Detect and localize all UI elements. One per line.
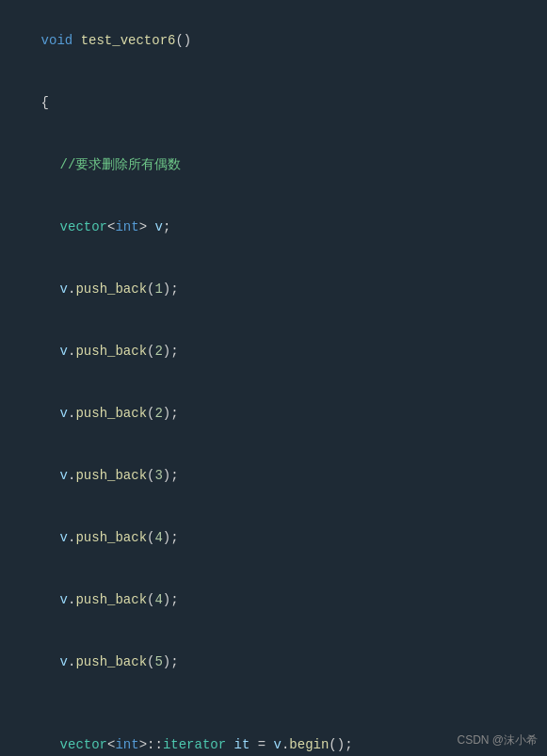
code-line-6: v.push_back(2); (9, 320, 547, 382)
keyword-void: void (41, 33, 73, 48)
code-line-11: v.push_back(5); (9, 631, 547, 693)
code-line-2: { (9, 72, 547, 134)
code-line-7: v.push_back(2); (9, 382, 547, 444)
code-container: void test_vector6() { //要求删除所有偶数 vector<… (0, 0, 547, 756)
code-line-10: v.push_back(4); (9, 569, 547, 631)
footer-credit: CSDN @沫小希 (457, 732, 538, 748)
code-line-5: v.push_back(1); (9, 258, 547, 320)
code-line-8: v.push_back(3); (9, 444, 547, 507)
code-line-3: //要求删除所有偶数 (9, 134, 547, 196)
code-line-blank1 (9, 693, 547, 714)
code-line-4: vector<int> v; (9, 196, 547, 258)
code-line-1: void test_vector6() (9, 9, 547, 72)
function-name: test_vector6 (81, 33, 176, 48)
code-line-9: v.push_back(4); (9, 507, 547, 569)
